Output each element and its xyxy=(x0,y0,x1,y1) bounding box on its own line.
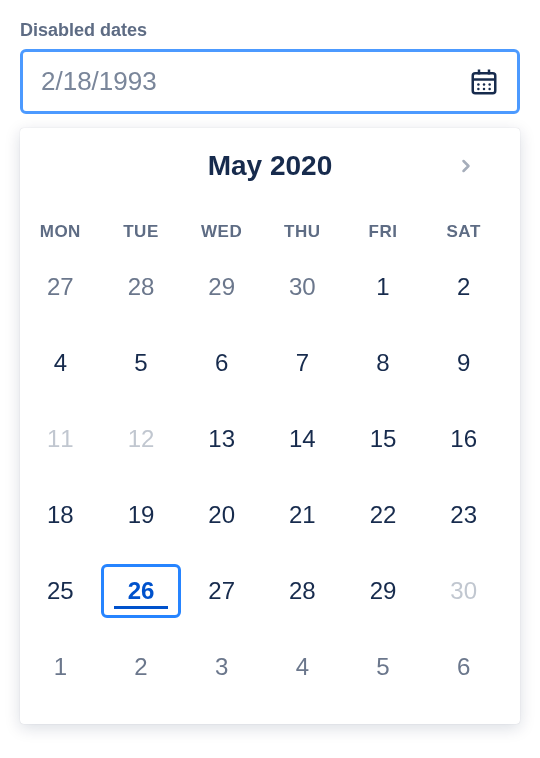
day-cell[interactable]: 14 xyxy=(262,412,343,466)
svg-point-8 xyxy=(483,87,486,90)
weekday-header: WED xyxy=(181,222,262,242)
day-cell[interactable]: 18 xyxy=(20,488,101,542)
day-cell[interactable]: 21 xyxy=(262,488,343,542)
date-input[interactable] xyxy=(41,66,469,97)
day-cell[interactable]: 28 xyxy=(262,564,343,618)
svg-point-7 xyxy=(477,87,480,90)
day-cell[interactable]: 13 xyxy=(181,412,262,466)
weekday-header: MON xyxy=(20,222,101,242)
day-cell[interactable]: 27 xyxy=(181,564,262,618)
day-cell[interactable]: 23 xyxy=(423,488,504,542)
day-cell[interactable]: 30 xyxy=(262,260,343,314)
chevron-right-icon xyxy=(456,156,476,176)
day-cell[interactable]: 3 xyxy=(181,640,262,694)
svg-point-9 xyxy=(488,87,491,90)
day-cell[interactable]: 29 xyxy=(181,260,262,314)
field-label: Disabled dates xyxy=(20,20,520,41)
day-cell[interactable]: 4 xyxy=(20,336,101,390)
calendar-popup: May 2020 MON TUE WED THU FRI SAT 2728293… xyxy=(20,128,520,724)
day-cell[interactable]: 1 xyxy=(343,260,424,314)
day-cell[interactable]: 20 xyxy=(181,488,262,542)
day-cell[interactable]: 26 xyxy=(101,564,182,618)
date-input-wrapper[interactable] xyxy=(20,49,520,114)
next-month-button[interactable] xyxy=(448,148,484,184)
days-grid: 2728293012456789111213141516181920212223… xyxy=(20,260,504,694)
day-cell: 11 xyxy=(20,412,101,466)
weekday-header: FRI xyxy=(343,222,424,242)
day-cell[interactable]: 7 xyxy=(262,336,343,390)
day-cell[interactable]: 25 xyxy=(20,564,101,618)
day-cell[interactable]: 29 xyxy=(343,564,424,618)
weekday-header: THU xyxy=(262,222,343,242)
svg-point-5 xyxy=(483,83,486,86)
day-cell[interactable]: 8 xyxy=(343,336,424,390)
weekday-header: TUE xyxy=(101,222,182,242)
day-cell[interactable]: 16 xyxy=(423,412,504,466)
day-cell[interactable]: 1 xyxy=(20,640,101,694)
day-cell[interactable]: 6 xyxy=(423,640,504,694)
svg-point-4 xyxy=(477,83,480,86)
day-cell[interactable]: 9 xyxy=(423,336,504,390)
day-cell: 12 xyxy=(101,412,182,466)
svg-point-6 xyxy=(488,83,491,86)
calendar-header: May 2020 xyxy=(20,150,504,182)
day-cell[interactable]: 19 xyxy=(101,488,182,542)
day-cell[interactable]: 5 xyxy=(101,336,182,390)
day-cell[interactable]: 28 xyxy=(101,260,182,314)
day-cell[interactable]: 4 xyxy=(262,640,343,694)
day-cell[interactable]: 5 xyxy=(343,640,424,694)
day-cell[interactable]: 2 xyxy=(423,260,504,314)
weekday-header: SAT xyxy=(423,222,504,242)
day-cell[interactable]: 27 xyxy=(20,260,101,314)
day-cell[interactable]: 2 xyxy=(101,640,182,694)
day-cell[interactable]: 15 xyxy=(343,412,424,466)
day-cell: 30 xyxy=(423,564,504,618)
month-year-label: May 2020 xyxy=(208,150,333,182)
day-cell[interactable]: 6 xyxy=(181,336,262,390)
weekday-row: MON TUE WED THU FRI SAT xyxy=(20,222,504,242)
day-cell[interactable]: 22 xyxy=(343,488,424,542)
calendar-icon[interactable] xyxy=(469,67,499,97)
